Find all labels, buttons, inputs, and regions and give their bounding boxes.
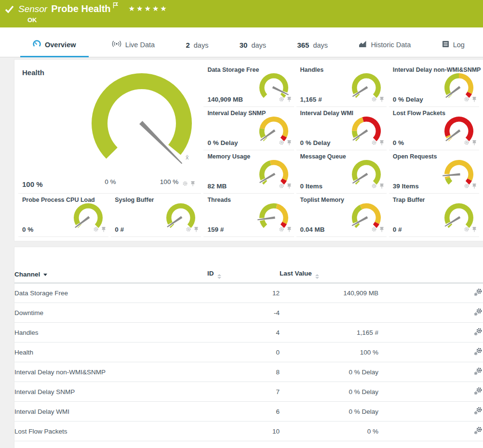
gauge-trap-buffer[interactable]: Trap Buffer0 # (389, 194, 479, 237)
gauge-toplist-memory[interactable]: Toplist Memory0.04 MB (296, 194, 387, 237)
channel-settings-icon[interactable] (473, 390, 483, 397)
gear-icon[interactable] (371, 139, 377, 147)
gear-icon[interactable] (464, 95, 470, 104)
channel-settings-icon[interactable] (473, 311, 483, 318)
channel-name[interactable]: Interval Delay WMI (14, 402, 207, 422)
pin-icon[interactable] (472, 225, 477, 234)
gauge-actions (371, 139, 384, 147)
channel-name[interactable]: Health (14, 343, 207, 362)
gear-icon[interactable] (93, 225, 99, 234)
pin-icon[interactable] (190, 180, 195, 188)
channel-last-value (280, 303, 378, 323)
status-badge: OK (27, 16, 37, 24)
gear-icon[interactable] (371, 225, 377, 234)
tab-live-data[interactable]: Live Data (104, 35, 162, 57)
sensor-banner: Sensor Probe Health ★★★★★ OK (0, 0, 483, 27)
table-row-interval-delay-snmp[interactable]: Interval Delay SNMP70 % Delay (14, 382, 483, 402)
gauge-open-requests[interactable]: Open Requests39 Items (389, 150, 479, 194)
table-row-interval-delay-wmi[interactable]: Interval Delay WMI60 % Delay (14, 402, 483, 422)
gauge-syslog-buffer[interactable]: Syslog Buffer0 # (111, 194, 201, 237)
channel-settings-icon[interactable] (473, 351, 483, 358)
column-header-channel[interactable]: Channel (14, 270, 207, 283)
channel-name[interactable]: Interval Delay non-WMI&SNMP (14, 362, 207, 382)
channel-id: -4 (207, 303, 280, 323)
tab-2-days[interactable]: 2days (178, 36, 216, 57)
channel-settings-icon[interactable] (473, 410, 483, 417)
table-row-downtime[interactable]: Downtime-4 (14, 303, 483, 323)
gauge-message-queue[interactable]: Message Queue0 Items (296, 150, 387, 194)
gauge-interval-delay-non-wmi-snmp[interactable]: Interval Delay non-WMI&SNMP0 % Delay (389, 64, 479, 107)
tab-overview[interactable]: Overview (20, 35, 89, 57)
gear-icon[interactable] (182, 180, 188, 188)
pin-icon[interactable] (194, 225, 199, 234)
channel-settings-icon[interactable] (473, 291, 483, 299)
channel-id: 4 (207, 323, 280, 343)
gauge-data-storage-free[interactable]: Data Storage Free140,909 MB (203, 64, 294, 107)
pin-icon[interactable] (101, 225, 106, 234)
table-row-lost-flow-packets[interactable]: Lost Flow Packets100 % (14, 422, 483, 441)
gauge-lost-flow-packets[interactable]: Lost Flow Packets0 % (389, 107, 479, 150)
table-row-health[interactable]: Health0100 % (14, 343, 483, 362)
pin-icon[interactable] (287, 95, 292, 104)
gauge-interval-delay-snmp[interactable]: Interval Delay SNMP0 % Delay (203, 107, 294, 150)
channel-settings-icon[interactable] (473, 370, 483, 378)
column-header-last-value[interactable]: Last Value (280, 270, 378, 283)
gear-icon[interactable] (464, 182, 470, 191)
table-row-data-storage-free[interactable]: Data Storage Free12140,909 MB (14, 283, 483, 303)
column-header-id[interactable]: ID (207, 270, 280, 283)
pin-icon[interactable] (472, 95, 477, 104)
gauge-threads[interactable]: Threads159 # (203, 194, 294, 237)
channel-settings-icon[interactable] (473, 430, 483, 437)
channel-name[interactable]: Downtime (14, 303, 207, 323)
gauge-handles[interactable]: Handles1,165 # (296, 64, 387, 107)
channel-name[interactable]: Handles (14, 323, 207, 343)
tab-label: Log (453, 41, 465, 49)
pin-icon[interactable] (472, 182, 477, 191)
historic-data-icon (359, 40, 367, 49)
pin-icon[interactable] (379, 95, 384, 104)
gear-icon[interactable] (279, 139, 284, 147)
channels-panel: ChannelIDLast Value Data Storage Free121… (14, 247, 483, 448)
channel-id: 8 (207, 362, 280, 382)
tab-365-days[interactable]: 365days (289, 36, 335, 57)
pin-icon[interactable] (379, 225, 384, 234)
gauge-interval-delay-wmi[interactable]: Interval Delay WMI0 % Delay (296, 107, 387, 150)
gear-icon[interactable] (371, 95, 377, 104)
tab-historic-data[interactable]: Historic Data (351, 36, 418, 57)
gear-icon[interactable] (279, 182, 284, 191)
gear-icon[interactable] (371, 182, 377, 191)
gear-icon[interactable] (279, 225, 284, 234)
gauge-title: Health (22, 68, 44, 77)
gear-icon[interactable] (279, 95, 284, 104)
channel-name[interactable]: Lost Flow Packets (14, 422, 207, 441)
channel-last-value: 0 % Delay (280, 362, 378, 382)
channel-id: 10 (207, 422, 280, 441)
gauge-health[interactable]: Health0 %100 %x̄100 % (18, 64, 201, 194)
pin-icon[interactable] (287, 225, 292, 234)
pin-icon[interactable] (379, 139, 384, 147)
gear-icon[interactable] (186, 225, 191, 234)
gauge-memory-usage[interactable]: Memory Usage82 MB (203, 150, 294, 194)
sort-icon (315, 274, 319, 279)
tab-log[interactable]: Log (434, 36, 472, 57)
gauge-actions (371, 225, 384, 234)
channel-id: 7 (207, 382, 280, 402)
tab-30-days[interactable]: 30days (232, 36, 274, 57)
channel-name[interactable]: Interval Delay SNMP (14, 382, 207, 402)
gauge-title: Handles (300, 66, 324, 73)
flag-icon[interactable] (113, 2, 118, 11)
gauge-value: 1,165 # (300, 96, 322, 103)
gauge-probe-process-cpu-load[interactable]: Probe Process CPU Load0 % (18, 194, 108, 237)
pin-icon[interactable] (287, 139, 292, 147)
gear-icon[interactable] (464, 139, 470, 147)
table-row-handles[interactable]: Handles41,165 # (14, 323, 483, 343)
pin-icon[interactable] (287, 182, 292, 191)
pin-icon[interactable] (472, 139, 477, 147)
pin-icon[interactable] (379, 182, 384, 191)
table-row-interval-delay-non-wmi-snmp[interactable]: Interval Delay non-WMI&SNMP80 % Delay (14, 362, 483, 382)
priority-stars[interactable]: ★★★★★ (129, 4, 168, 13)
gear-icon[interactable] (464, 225, 470, 234)
channel-settings-icon[interactable] (473, 331, 483, 338)
channel-name[interactable]: Data Storage Free (14, 283, 207, 303)
gauge-title: Threads (207, 197, 231, 203)
